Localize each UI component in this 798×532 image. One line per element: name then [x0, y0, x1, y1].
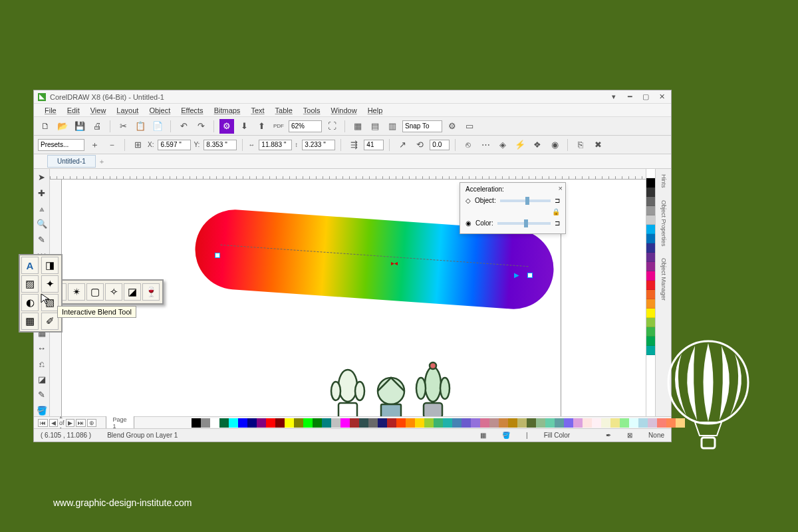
- h-input[interactable]: [302, 140, 335, 150]
- x-input[interactable]: [158, 140, 191, 150]
- zoom-level[interactable]: 62%: [289, 120, 322, 132]
- outline-icon[interactable]: ✒: [606, 432, 611, 439]
- offset-input[interactable]: [430, 140, 450, 150]
- menu-table[interactable]: Table: [271, 105, 297, 116]
- close-button[interactable]: ✕: [656, 92, 667, 102]
- last-page-button[interactable]: ⏭: [76, 419, 86, 427]
- color-swatch[interactable]: [620, 418, 629, 428]
- text-tool-A-icon[interactable]: A: [21, 257, 39, 274]
- color-swatch[interactable]: [396, 418, 406, 428]
- distort-tool-icon[interactable]: ✦: [41, 275, 59, 293]
- color-swatch[interactable]: [646, 271, 656, 281]
- color-swatch[interactable]: [303, 418, 313, 428]
- transparency-tool-icon[interactable]: ◐: [21, 294, 39, 311]
- add-page-button[interactable]: ⊕: [87, 419, 96, 427]
- fill-icon[interactable]: 🪣: [502, 432, 510, 439]
- print-button[interactable]: 🖨: [90, 119, 104, 134]
- color-swatch[interactable]: [415, 418, 424, 428]
- color-swatch[interactable]: [434, 418, 443, 428]
- menu-tools[interactable]: Tools: [299, 105, 325, 116]
- shape-tool-icon[interactable]: ✚: [36, 187, 48, 198]
- path-icon[interactable]: ⎋: [461, 138, 475, 152]
- ribbon-min-icon[interactable]: ▾: [608, 92, 619, 102]
- blend-start-handle[interactable]: [215, 253, 220, 258]
- color-swatch[interactable]: [201, 418, 210, 428]
- paste-button[interactable]: 📄: [150, 119, 165, 134]
- color-swatch[interactable]: [646, 318, 656, 327]
- color-swatch[interactable]: [564, 418, 573, 428]
- color-swatch[interactable]: [406, 418, 415, 428]
- color-swatch[interactable]: [462, 418, 471, 428]
- none-swatch-icon[interactable]: ⊠: [627, 432, 632, 439]
- menu-layout[interactable]: Layout: [112, 105, 142, 116]
- cactus-artwork[interactable]: [321, 359, 461, 416]
- doc-color-icon[interactable]: ▦: [480, 432, 486, 439]
- search-button[interactable]: ⚙: [219, 119, 234, 134]
- color-swatch[interactable]: [517, 418, 527, 428]
- w-input[interactable]: [259, 140, 292, 150]
- color-swatch[interactable]: [646, 336, 656, 346]
- import-button[interactable]: ⬇: [237, 119, 251, 134]
- color-swatch[interactable]: [646, 253, 656, 262]
- copy-blend-icon[interactable]: ⎘: [573, 138, 588, 152]
- menu-file[interactable]: File: [41, 105, 61, 116]
- color-swatch[interactable]: [378, 418, 387, 428]
- add-tab-button[interactable]: +: [100, 158, 104, 166]
- y-input[interactable]: [203, 140, 237, 150]
- color-swatch[interactable]: [646, 215, 656, 225]
- color-swatch[interactable]: [322, 418, 331, 428]
- snap-to-combo[interactable]: Snap To: [402, 120, 442, 132]
- lock-icon[interactable]: 🔒: [552, 208, 560, 215]
- pdf-button[interactable]: PDF: [271, 119, 286, 134]
- snap-icon[interactable]: ▥: [385, 119, 400, 134]
- eyedrop-tool-icon[interactable]: ✐: [41, 313, 59, 330]
- color-swatch[interactable]: [192, 418, 201, 428]
- first-page-button[interactable]: ⏮: [38, 419, 48, 427]
- menu-object[interactable]: Object: [145, 105, 174, 116]
- start-end-icon[interactable]: ◈: [495, 138, 510, 152]
- color-swatch[interactable]: [424, 418, 434, 428]
- color-swatch[interactable]: [646, 309, 656, 318]
- grid-icon[interactable]: ▦: [350, 119, 365, 134]
- transparency-icon[interactable]: 🍷: [142, 283, 160, 301]
- launch-button[interactable]: ▭: [462, 119, 477, 134]
- color-swatch[interactable]: [247, 418, 257, 428]
- color-swatch[interactable]: [610, 418, 620, 428]
- color-swatch[interactable]: [646, 281, 656, 290]
- color-swatch[interactable]: [646, 290, 656, 299]
- loop-icon[interactable]: ⟲: [412, 138, 427, 152]
- fill-tool-icon[interactable]: 🪣: [36, 405, 48, 416]
- color-swatch[interactable]: [359, 418, 368, 428]
- direction-icon[interactable]: ↗: [395, 138, 410, 152]
- color-swatch[interactable]: [629, 418, 638, 428]
- menu-edit[interactable]: Edit: [63, 105, 84, 116]
- color-swatch[interactable]: [350, 418, 359, 428]
- presets-combo[interactable]: Presets...: [38, 139, 84, 151]
- zoom-tool-icon[interactable]: 🔍: [36, 218, 48, 229]
- object-manager-docker[interactable]: Object Manager: [660, 255, 667, 303]
- effects-tool-icon[interactable]: ◪: [36, 374, 48, 385]
- pick-tool-icon[interactable]: ➤: [36, 172, 48, 183]
- color-swatch[interactable]: [443, 418, 452, 428]
- color-swatch[interactable]: [648, 418, 657, 428]
- blend-midpoint-icon[interactable]: ▸◂: [391, 259, 398, 267]
- color-swatch[interactable]: [285, 418, 294, 428]
- envelope-icon[interactable]: ✧: [105, 283, 122, 301]
- distort-icon[interactable]: ✴: [68, 283, 85, 301]
- color-swatch[interactable]: [601, 418, 610, 428]
- color-swatch[interactable]: [527, 418, 536, 428]
- blend-arrow-icon[interactable]: ▶: [514, 271, 519, 279]
- color-swatch[interactable]: [646, 188, 656, 197]
- dropshadow-icon[interactable]: ▢: [86, 283, 104, 301]
- color-swatch[interactable]: [646, 299, 656, 309]
- fullscreen-button[interactable]: ⛶: [325, 119, 339, 134]
- color-swatch[interactable]: [646, 178, 656, 188]
- redo-button[interactable]: ↷: [194, 119, 208, 134]
- color-swatch[interactable]: [646, 346, 656, 355]
- color-swatch[interactable]: [238, 418, 247, 428]
- menu-bitmaps[interactable]: Bitmaps: [210, 105, 245, 116]
- color-blend-icon[interactable]: ❖: [530, 138, 545, 152]
- link-icon[interactable]: ⊐: [555, 197, 560, 204]
- extrude-icon[interactable]: ◪: [124, 283, 141, 301]
- color-swatch[interactable]: [257, 418, 266, 428]
